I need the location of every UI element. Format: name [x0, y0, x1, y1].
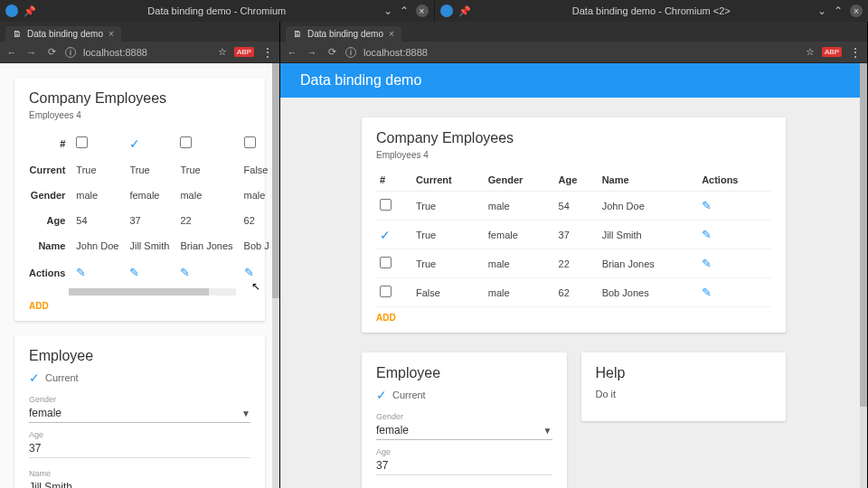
name-input[interactable]: Jill Smith [29, 478, 250, 488]
current-checkbox[interactable]: ✓ [376, 389, 387, 401]
chevron-down-icon: ▼ [241, 408, 250, 418]
header-current: Current [412, 169, 485, 192]
edit-icon[interactable]: ✎ [702, 286, 712, 299]
row-checkbox[interactable] [380, 199, 392, 211]
tab[interactable]: 🗎 Data binding demo × [286, 26, 401, 42]
header-actions: Actions [698, 169, 771, 192]
row-checkbox-checked[interactable]: ✓ [129, 136, 140, 151]
header-age: Age [29, 208, 71, 233]
address-bar[interactable]: localhost:8888 [83, 47, 211, 58]
row-checkbox[interactable] [380, 257, 392, 268]
forward-button[interactable]: → [306, 47, 318, 58]
bookmark-icon[interactable]: ☆ [218, 46, 227, 58]
row-checkbox-checked[interactable]: ✓ [380, 228, 391, 242]
maximize-icon[interactable]: ⌃ [834, 5, 843, 17]
header-name: Name [29, 233, 71, 258]
row-checkbox[interactable] [180, 136, 192, 148]
chevron-down-icon: ▼ [543, 426, 552, 436]
employee-card: Employee ✓ Current Gender female ▼ Age [362, 352, 567, 488]
gender-value: female [376, 424, 409, 436]
tab-favicon: 🗎 [13, 29, 22, 39]
forward-button[interactable]: → [25, 47, 38, 58]
window-title-right: Data binding demo - Chromium <2> [572, 5, 731, 16]
edit-icon[interactable]: ✎ [702, 199, 712, 212]
header-num: # [29, 129, 71, 157]
current-checkbox[interactable]: ✓ [29, 371, 40, 384]
reload-button[interactable]: ⟳ [326, 46, 338, 58]
bookmark-icon[interactable]: ☆ [806, 46, 815, 58]
tab-label: Data binding demo [27, 29, 103, 39]
header-current: Current [29, 157, 71, 183]
extension-badge[interactable]: ABP [822, 47, 842, 57]
add-button[interactable]: ADD [376, 307, 396, 323]
employee-count: Employees 4 [376, 150, 771, 160]
header-actions: Actions [29, 258, 71, 286]
header-age: Age [555, 169, 599, 192]
card-title: Company Employees [29, 90, 250, 107]
tab[interactable]: 🗎 Data binding demo × [5, 26, 121, 42]
gender-value: female [29, 407, 61, 419]
site-info-icon[interactable]: i [345, 47, 356, 58]
close-icon[interactable]: × [850, 5, 863, 17]
minimize-icon[interactable]: ⌄ [817, 5, 826, 17]
site-info-icon[interactable]: i [65, 47, 76, 58]
maximize-icon[interactable]: ⌃ [400, 5, 409, 17]
back-button[interactable]: ← [5, 47, 18, 58]
page-header: Data binding demo [280, 63, 867, 98]
back-button[interactable]: ← [286, 47, 298, 58]
edit-icon[interactable]: ✎ [244, 266, 254, 279]
row-checkbox[interactable] [76, 136, 88, 148]
age-input[interactable]: 37 [29, 439, 250, 458]
gender-select[interactable]: female ▼ [376, 421, 552, 440]
edit-icon[interactable]: ✎ [702, 228, 712, 241]
vertical-scrollbar[interactable] [272, 63, 279, 488]
page-title: Data binding demo [300, 72, 421, 88]
gender-label: Gender [376, 412, 552, 421]
table-row: ✓ True female 37 Jill Smith ✎ [376, 221, 771, 249]
chromium-icon [5, 5, 18, 17]
edit-icon[interactable]: ✎ [702, 257, 712, 270]
gender-select[interactable]: female ▼ [29, 404, 250, 423]
age-input[interactable]: 37 [376, 456, 552, 475]
browser-right: 🗎 Data binding demo × ← → ⟳ i localhost:… [280, 22, 868, 488]
chromium-icon [440, 5, 453, 17]
current-label: Current [45, 372, 79, 383]
horizontal-scrollbar[interactable] [69, 288, 236, 296]
menu-icon[interactable]: ⋮ [849, 45, 862, 60]
tab-close-icon[interactable]: × [389, 29, 394, 39]
page-content-right: Data binding demo Company Employees Empl… [280, 63, 867, 488]
employees-table-narrow: # ✓ Current True True True False [29, 129, 275, 286]
pin-icon[interactable]: 📌 [24, 5, 36, 17]
edit-icon[interactable]: ✎ [129, 266, 139, 279]
pin-icon[interactable]: 📌 [458, 5, 471, 17]
tab-close-icon[interactable]: × [108, 29, 114, 39]
table-header-row: # Current Gender Age Name Actions [376, 169, 771, 192]
minimize-icon[interactable]: ⌄ [383, 5, 392, 17]
card-title: Help [596, 365, 772, 381]
page-content-left: Company Employees Employees 4 # ✓ Curren… [0, 63, 279, 488]
reload-button[interactable]: ⟳ [45, 46, 58, 58]
tab-label: Data binding demo [307, 29, 383, 39]
table-row: True male 54 John Doe ✎ [376, 192, 771, 221]
table-row: Name John Doe Jill Smith Brian Jones Bob… [29, 233, 275, 258]
close-icon[interactable]: × [416, 5, 429, 17]
extension-badge[interactable]: ABP [234, 47, 254, 57]
browser-left: 🗎 Data binding demo × ← → ⟳ i localhost:… [0, 22, 280, 488]
table-row: False male 62 Bob Jones ✎ [376, 278, 771, 307]
vertical-scrollbar[interactable] [860, 63, 867, 488]
header-name: Name [599, 169, 698, 192]
current-label: Current [392, 389, 426, 400]
card-title: Company Employees [376, 130, 771, 146]
table-row: Actions ✎ ✎ ✎ ✎ [29, 258, 275, 286]
row-checkbox[interactable] [244, 136, 256, 148]
name-label: Name [29, 469, 250, 478]
edit-icon[interactable]: ✎ [76, 266, 86, 279]
tab-favicon: 🗎 [293, 29, 302, 39]
gender-label: Gender [29, 395, 250, 404]
row-checkbox[interactable] [380, 286, 392, 297]
add-button[interactable]: ADD [29, 296, 49, 311]
address-bar[interactable]: localhost:8888 [363, 47, 798, 58]
employees-table: # Current Gender Age Name Actions True m… [376, 169, 771, 307]
edit-icon[interactable]: ✎ [180, 266, 190, 279]
menu-icon[interactable]: ⋮ [261, 45, 274, 60]
